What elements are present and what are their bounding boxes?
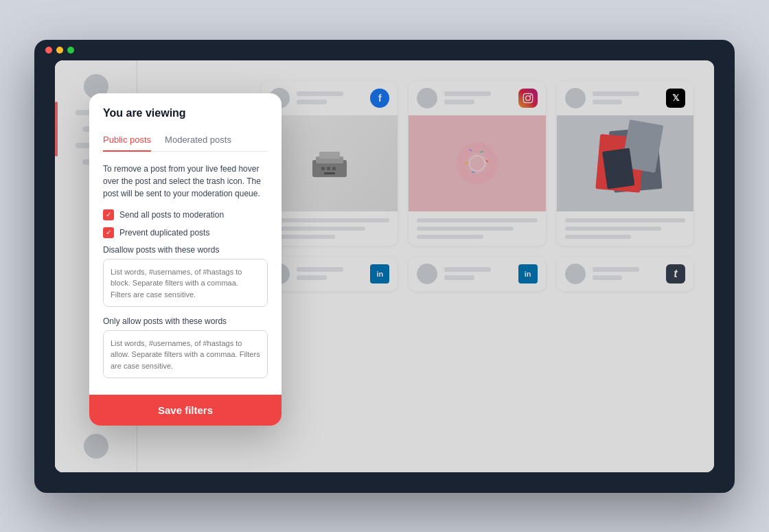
tab-moderated-posts[interactable]: Moderated posts — [165, 129, 231, 152]
disallow-field-label: Disallow posts with these words — [103, 245, 268, 255]
modal: You are viewing Public posts Moderated p… — [89, 93, 282, 426]
browser-window: f — [34, 40, 735, 493]
checkmark-1: ✓ — [106, 211, 111, 218]
traffic-light-red[interactable] — [45, 47, 52, 54]
traffic-lights — [45, 47, 74, 54]
modal-overlay: You are viewing Public posts Moderated p… — [55, 60, 714, 472]
checkbox-label-prevent-duplicates: Prevent duplicated posts — [119, 228, 209, 238]
checkbox-row-2: ✓ Prevent duplicated posts — [103, 227, 268, 238]
checkmark-2: ✓ — [106, 229, 111, 236]
checkbox-label-send-all-posts: Send all posts to moderation — [119, 210, 224, 220]
modal-title: You are viewing — [103, 107, 268, 119]
traffic-light-green[interactable] — [67, 47, 74, 54]
tab-public-posts[interactable]: Public posts — [103, 129, 151, 152]
checkbox-send-all-posts[interactable]: ✓ — [103, 209, 114, 220]
modal-description: To remove a post from your live feed hov… — [103, 163, 268, 200]
disallow-textarea[interactable] — [103, 259, 268, 307]
modal-body: To remove a post from your live feed hov… — [89, 152, 282, 392]
save-filters-button[interactable]: Save filters — [89, 395, 282, 426]
checkbox-row-1: ✓ Send all posts to moderation — [103, 209, 268, 220]
allow-textarea[interactable] — [103, 330, 268, 378]
allow-field-label: Only allow posts with these words — [103, 316, 268, 326]
checkbox-prevent-duplicates[interactable]: ✓ — [103, 227, 114, 238]
modal-header: You are viewing Public posts Moderated p… — [89, 93, 282, 152]
traffic-light-yellow[interactable] — [56, 47, 63, 54]
modal-tabs: Public posts Moderated posts — [103, 129, 268, 152]
browser-content: f — [55, 60, 714, 472]
